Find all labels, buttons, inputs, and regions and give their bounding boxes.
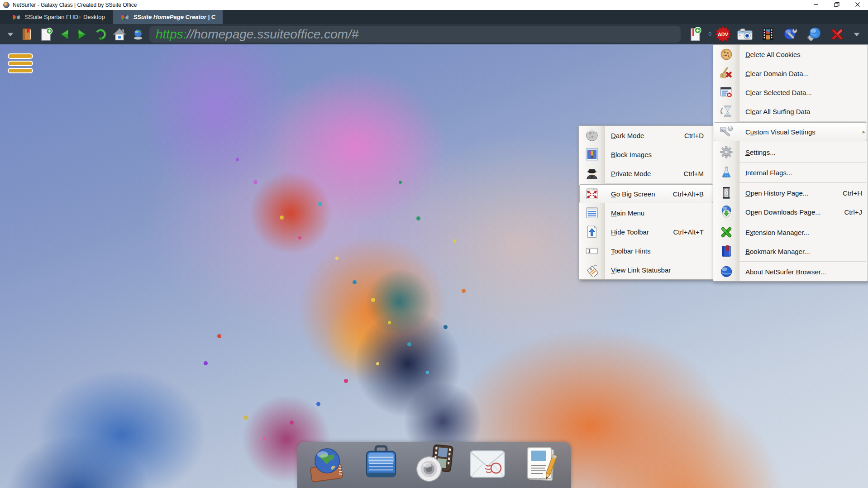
refresh-icon	[93, 28, 107, 41]
bookmark-book-icon	[713, 244, 739, 258]
tab-1[interactable]: SSuite Spartan FHD+ Desktop	[5, 10, 112, 24]
menu-item-clear-domain-data[interactable]: Clear Domain Data...	[713, 64, 868, 83]
menu-item-label: Extension Manager...	[745, 229, 809, 236]
menu-item-clear-selected-data[interactable]: Clear Selected Data...	[713, 83, 868, 102]
menu-item-bookmark-manager[interactable]: Bookmark Manager...	[713, 242, 868, 261]
repair-button[interactable]	[780, 26, 801, 43]
menu-item-label: Hide Toolbar	[611, 228, 649, 236]
menu-item-label: Settings...	[745, 148, 776, 156]
dock-journal-item[interactable]	[520, 444, 562, 486]
menu-separator	[605, 183, 712, 184]
menu-item-extension-manager[interactable]: Extension Manager...	[713, 223, 868, 242]
menu-item-settings[interactable]: Settings...	[713, 143, 868, 162]
minimize-button[interactable]	[806, 0, 826, 10]
adv-filter-button[interactable]: ADV	[715, 26, 731, 43]
menu-item-shortcut: Ctrl+Alt+B	[673, 190, 704, 198]
menu-item-label: Go Big Screen	[611, 190, 655, 198]
app-dock	[297, 442, 571, 488]
new-page-button[interactable]	[36, 26, 56, 43]
menu-item-main-menu[interactable]: Main Menu	[579, 203, 714, 222]
dock-office-item[interactable]	[360, 444, 402, 486]
close-page-button[interactable]	[827, 26, 847, 43]
close-window-button[interactable]	[847, 0, 868, 10]
hamburger-bar	[8, 53, 33, 59]
media-button[interactable]	[758, 26, 777, 43]
minimize-icon	[813, 1, 819, 9]
extension-icon	[713, 225, 739, 239]
hide-toolbar-icon	[579, 225, 605, 239]
forward-button[interactable]	[73, 26, 91, 43]
restore-button[interactable]	[826, 0, 847, 10]
visual-settings-submenu: Dark ModeCtrl+DBlock ImagesPrivate ModeC…	[578, 125, 714, 280]
window-controls	[806, 0, 868, 10]
big-screen-icon	[579, 187, 605, 201]
web-settings-button[interactable]	[804, 26, 825, 43]
menu-separator	[739, 222, 866, 222]
menu-item-delete-all-cookies[interactable]: Delete All Cookies	[713, 45, 868, 64]
menu-item-toolbar-hints[interactable]: Toolbar Hints	[579, 241, 714, 260]
red-x-icon	[830, 27, 844, 42]
globe-gear-icon	[806, 27, 822, 42]
menu-item-label: Main Menu	[611, 209, 644, 217]
menu-item-hide-toolbar[interactable]: Hide ToolbarCtrl+Alt+T	[579, 222, 714, 241]
menu-item-label: Dark Mode	[611, 132, 644, 139]
menu-item-label: Clear All Surfing Data	[745, 108, 810, 115]
screenshot-button[interactable]	[734, 26, 756, 43]
butterfly-icon	[120, 13, 129, 22]
submenu-arrow-icon: ▸	[863, 129, 865, 135]
window-delete-icon	[713, 86, 739, 99]
globe-download-icon	[713, 205, 739, 219]
menu-item-clear-all-surfing-data[interactable]: Clear All Surfing Data	[713, 102, 868, 121]
dock-media-item[interactable]	[413, 444, 455, 486]
app-globe-icon	[3, 2, 10, 8]
bookmarks-button[interactable]	[17, 26, 36, 43]
globe-stand-icon	[132, 29, 144, 40]
tab-2[interactable]: SSuite HomePage Creator | C	[113, 10, 223, 24]
url-protocol: https:	[156, 26, 186, 43]
menu-item-dark-mode[interactable]: Dark ModeCtrl+D	[579, 126, 714, 145]
back-button[interactable]	[56, 26, 73, 43]
hamburger-bar	[8, 68, 33, 73]
menu-item-internal-flags[interactable]: Internal Flags...	[713, 163, 868, 182]
menu-item-shortcut: Ctrl+D	[684, 132, 704, 139]
flask-icon	[713, 166, 739, 179]
menu-item-custom-visual-settings[interactable]: Custom Visual Settings▸	[713, 122, 868, 141]
menu-item-label: Toolbar Hints	[611, 247, 651, 255]
menu-item-view-link-statusbar[interactable]: View Link Statusbar	[579, 260, 714, 279]
refresh-button[interactable]	[91, 26, 110, 43]
link-statusbar-icon	[579, 263, 605, 277]
home-icon	[112, 27, 127, 42]
adv-badge-label: ADV	[715, 26, 731, 43]
wrench-window-icon	[713, 125, 739, 139]
about-globe-icon	[713, 265, 739, 278]
menu-item-private-mode[interactable]: Private ModeCtrl+M	[579, 164, 714, 183]
dock-mail-item[interactable]	[467, 444, 508, 486]
go-button[interactable]	[129, 26, 147, 43]
dock-web-item[interactable]	[307, 444, 348, 486]
close-icon	[855, 1, 860, 9]
menu-separator	[739, 261, 866, 262]
menu-item-block-images[interactable]: Block Images	[579, 145, 714, 164]
menu-item-about-netsurfer-browser[interactable]: About NetSurfer Browser...	[713, 262, 868, 281]
more-button[interactable]	[850, 26, 863, 43]
toolbar-overflow-button[interactable]	[4, 26, 17, 43]
dock-journal-icon	[520, 444, 561, 486]
menu-separator	[739, 121, 866, 122]
address-bar[interactable]: https://homepage.ssuiteoffice.com/#	[149, 26, 681, 43]
balloon-image-icon	[579, 148, 605, 161]
gear-icon	[713, 145, 739, 159]
menu-separator	[739, 162, 866, 163]
menu-item-open-downloads-page[interactable]: Open Downloads Page...Ctrl+J	[713, 202, 868, 221]
menu-item-go-big-screen[interactable]: Go Big ScreenCtrl+Alt+B	[579, 184, 714, 203]
add-bookmark-button[interactable]	[685, 26, 705, 43]
hamburger-menu-button[interactable]	[8, 53, 33, 73]
menu-item-open-history-page[interactable]: Open History Page...Ctrl+H	[713, 183, 868, 202]
main-toolbar: https://homepage.ssuiteoffice.com/# 0ADV	[0, 24, 868, 44]
menu-item-label: Open History Page...	[745, 189, 808, 197]
menu-item-shortcut: Ctrl+H	[843, 189, 862, 197]
home-button[interactable]	[110, 26, 129, 43]
menu-item-shortcut: Ctrl+M	[683, 170, 704, 177]
menu-item-shortcut: Ctrl+Alt+T	[673, 228, 704, 236]
menu-item-label: Block Images	[611, 151, 652, 158]
menu-item-label: Internal Flags...	[745, 169, 792, 177]
